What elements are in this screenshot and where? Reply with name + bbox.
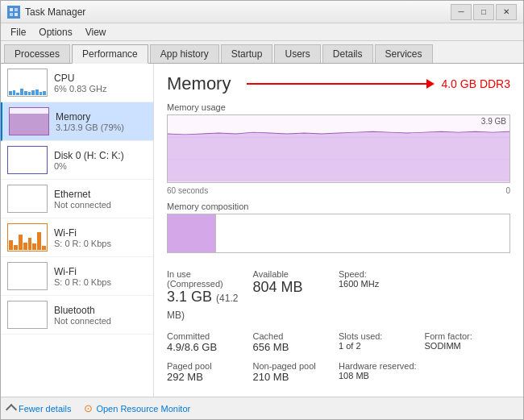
minimize-button[interactable]: ─ — [451, 4, 472, 20]
stats-row2: Committed 4.9/8.6 GB Cached 656 MB Slots… — [167, 328, 510, 357]
stats-row3: Paged pool 292 MB Non-paged pool 210 MB … — [167, 358, 510, 387]
arrow-head — [426, 79, 435, 89]
sidebar-item-wifi2[interactable]: Wi-Fi S: 0 R: 0 Kbps — [1, 257, 153, 296]
menu-view[interactable]: View — [79, 25, 113, 40]
title-bar: Task Manager ─ □ ✕ — [1, 1, 523, 23]
memory-composition-chart — [167, 214, 510, 253]
wifi1-mini-graph — [7, 223, 48, 252]
time-start: 60 seconds — [167, 186, 208, 195]
sidebar-item-cpu[interactable]: CPU 6% 0.83 GHz — [1, 64, 153, 102]
resource-monitor-icon: ⊙ — [84, 402, 93, 414]
menu-bar: File Options View — [1, 23, 523, 41]
bluetooth-value: Not connected — [54, 316, 147, 326]
tab-startup[interactable]: Startup — [221, 44, 273, 63]
stat-paged: Paged pool 292 MB — [167, 358, 253, 387]
stats-section: In use (Compressed) 3.1 GB (41.2 MB) Ava… — [167, 266, 510, 326]
main-title: Memory — [167, 73, 231, 94]
menu-file[interactable]: File — [4, 25, 32, 40]
wifi2-info: Wi-Fi S: 0 R: 0 Kbps — [54, 266, 147, 287]
maximize-button[interactable]: □ — [473, 4, 494, 20]
ethernet-mini-graph — [7, 185, 48, 213]
cpu-name: CPU — [54, 73, 147, 84]
time-end: 0 — [505, 186, 510, 195]
tab-details[interactable]: Details — [322, 44, 373, 63]
tab-performance[interactable]: Performance — [72, 44, 148, 64]
wifi2-value: S: 0 R: 0 Kbps — [54, 277, 147, 287]
ethernet-info: Ethernet Not connected — [54, 189, 147, 210]
stat-committed: Committed 4.9/8.6 GB — [167, 328, 253, 357]
task-manager-window: Task Manager ─ □ ✕ File Options View Pro… — [0, 0, 524, 420]
tab-services[interactable]: Services — [375, 44, 433, 63]
wifi1-name: Wi-Fi — [54, 227, 147, 239]
window-title: Task Manager — [25, 6, 85, 18]
memory-info: Memory 3.1/3.9 GB (79%) — [56, 111, 147, 132]
wifi1-info: Wi-Fi S: 0 R: 0 Kbps — [54, 227, 147, 248]
sidebar: CPU 6% 0.83 GHz Memory 3.1/3.9 GB (79%) — [1, 64, 154, 397]
title-bar-left: Task Manager — [7, 6, 85, 19]
menu-options[interactable]: Options — [32, 25, 78, 40]
memory-mini-graph — [9, 107, 49, 135]
wifi2-name: Wi-Fi — [54, 266, 147, 277]
sidebar-item-bluetooth[interactable]: Bluetooth Not connected — [1, 296, 153, 335]
wifi2-mini-graph — [7, 262, 48, 290]
disk-value: 0% — [54, 161, 147, 171]
usage-chart-svg — [168, 115, 509, 182]
ethernet-value: Not connected — [54, 200, 147, 210]
sidebar-item-memory[interactable]: Memory 3.1/3.9 GB (79%) — [1, 102, 153, 141]
cpu-info: CPU 6% 0.83 GHz — [54, 73, 147, 94]
stat-hardware: Hardware reserved: 108 MB — [339, 358, 425, 387]
main-content: Memory 4.0 GB DDR3 Memory usage 3.9 GB — [154, 64, 523, 397]
chevron-up-icon — [6, 404, 17, 415]
sidebar-item-wifi1[interactable]: Wi-Fi S: 0 R: 0 Kbps — [1, 218, 153, 257]
content-area: CPU 6% 0.83 GHz Memory 3.1/3.9 GB (79%) — [1, 64, 523, 397]
main-header: Memory 4.0 GB DDR3 — [167, 73, 510, 94]
cpu-value: 6% 0.83 GHz — [54, 84, 147, 94]
time-labels: 60 seconds 0 — [167, 186, 510, 195]
disk-info: Disk 0 (H: C: K:) 0% — [54, 150, 147, 171]
close-button[interactable]: ✕ — [496, 4, 517, 20]
svg-rect-3 — [15, 13, 18, 16]
arrow-line — [247, 83, 426, 85]
app-icon — [7, 6, 20, 19]
memory-usage-chart: 3.9 GB — [167, 114, 510, 183]
tabs-bar: Processes Performance App history Startu… — [1, 41, 523, 64]
ethernet-name: Ethernet — [54, 189, 147, 200]
bluetooth-mini-graph — [7, 301, 48, 329]
stat-speed: Speed: 1600 MHz — [339, 266, 425, 326]
tab-app-history[interactable]: App history — [150, 44, 219, 63]
bottom-bar: Fewer details ⊙ Open Resource Monitor — [1, 397, 523, 419]
bluetooth-name: Bluetooth — [54, 305, 147, 316]
svg-marker-7 — [168, 131, 509, 181]
stat-nonpaged: Non-paged pool 210 MB — [253, 358, 339, 387]
resource-monitor-label: Open Resource Monitor — [96, 404, 190, 414]
chart-max-value: 3.9 GB — [481, 117, 506, 126]
memory-name: Memory — [56, 111, 147, 123]
stat-available: Available 804 MB — [253, 266, 339, 326]
memory-value: 3.1/3.9 GB (79%) — [56, 123, 147, 132]
tab-processes[interactable]: Processes — [4, 44, 70, 63]
disk-name: Disk 0 (H: C: K:) — [54, 150, 147, 161]
tab-users[interactable]: Users — [274, 44, 320, 63]
fewer-details-button[interactable]: Fewer details — [7, 403, 71, 414]
svg-rect-1 — [15, 8, 18, 11]
arrow-container: 4.0 GB DDR3 — [247, 77, 510, 90]
resource-monitor-button[interactable]: ⊙ Open Resource Monitor — [84, 402, 190, 414]
comp-purple-section — [168, 214, 216, 252]
cpu-mini-graph — [7, 69, 48, 97]
svg-rect-0 — [10, 8, 13, 11]
title-buttons: ─ □ ✕ — [451, 4, 517, 20]
disk-mini-graph — [7, 146, 48, 174]
stat-in-use: In use (Compressed) 3.1 GB (41.2 MB) — [167, 266, 253, 326]
stat-cached: Cached 656 MB — [253, 328, 339, 357]
bluetooth-info: Bluetooth Not connected — [54, 305, 147, 326]
wifi1-value: S: 0 R: 0 Kbps — [54, 239, 147, 248]
svg-rect-2 — [10, 13, 13, 16]
usage-chart-label: Memory usage — [167, 102, 510, 112]
stat-form: Form factor: SODIMM — [425, 328, 511, 357]
fewer-details-label: Fewer details — [19, 404, 71, 414]
stat-slots: Slots used: 1 of 2 — [339, 328, 425, 357]
memory-size-label: 4.0 GB DDR3 — [441, 77, 510, 90]
sidebar-item-disk[interactable]: Disk 0 (H: C: K:) 0% — [1, 141, 153, 180]
sidebar-item-ethernet[interactable]: Ethernet Not connected — [1, 180, 153, 218]
comp-label: Memory composition — [167, 202, 510, 211]
